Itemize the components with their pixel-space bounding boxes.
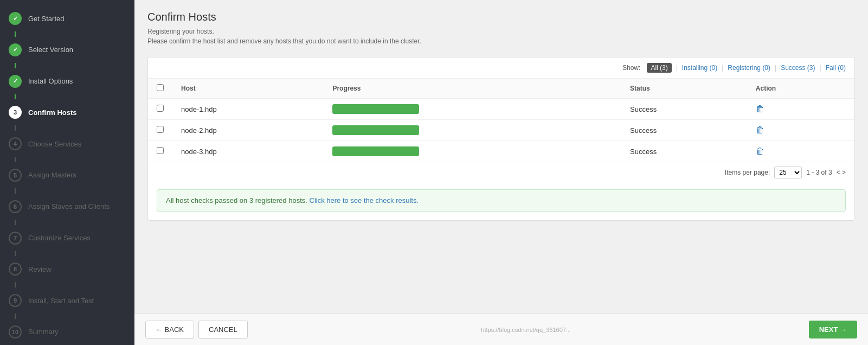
alert-message: All host checks passed on 3 registered h… — [166, 196, 307, 205]
status-cell-1: Success — [621, 120, 747, 141]
host-name-1: node-2.hdp — [172, 120, 324, 141]
sidebar-item-install-options[interactable]: ✓ Install Options — [0, 68, 134, 94]
connector-8 — [15, 251, 16, 257]
items-per-page-label: Items per page: — [725, 169, 770, 176]
progress-fill-1 — [332, 125, 419, 135]
step-icon-10: 9 — [9, 294, 22, 307]
connector-7 — [15, 220, 16, 225]
status-cell-2: Success — [621, 141, 747, 162]
connector-1 — [15, 31, 16, 37]
progress-bar-0 — [332, 104, 419, 114]
sidebar-item-assign-slaves[interactable]: 6 Assign Slaves and Clients — [0, 194, 134, 220]
next-button[interactable]: NEXT → — [809, 321, 857, 338]
pagination-bar: Items per page: 25 50 100 1 - 3 of 3 < > — [148, 162, 854, 183]
sidebar-label-choose-services: Choose Services — [28, 140, 81, 148]
cancel-button[interactable]: CANCEL — [198, 321, 248, 338]
delete-icon-2[interactable]: 🗑 — [756, 146, 764, 156]
sidebar-label-summary: Summary — [28, 328, 59, 336]
col-action: Action — [747, 79, 854, 99]
step-icon-3: ✓ — [9, 75, 22, 88]
sidebar-label-assign-slaves: Assign Slaves and Clients — [28, 202, 110, 210]
host-name-0: node-1.hdp — [172, 99, 324, 120]
progress-cell-1 — [324, 120, 621, 141]
sidebar-label-select-version: Select Version — [28, 46, 73, 54]
progress-fill-0 — [332, 104, 419, 114]
host-name-2: node-3.hdp — [172, 141, 324, 162]
action-cell-2: 🗑 — [747, 141, 854, 162]
content-area: Show: All (3) | Installing (0) | Registe… — [134, 52, 868, 314]
step-icon-6: 5 — [9, 169, 22, 182]
select-all-checkbox[interactable] — [157, 84, 164, 91]
progress-bar-1 — [332, 125, 419, 135]
connector-4 — [15, 125, 16, 131]
action-cell-0: 🗑 — [747, 99, 854, 120]
page-title: Confirm Hosts — [147, 11, 855, 23]
table-row: node-2.hdp Success 🗑 — [148, 120, 854, 141]
sidebar-item-select-version[interactable]: ✓ Select Version — [0, 37, 134, 63]
delete-icon-0[interactable]: 🗑 — [756, 104, 764, 113]
step-icon-2: ✓ — [9, 43, 22, 56]
connector-9 — [15, 282, 16, 288]
alert-link[interactable]: Click here to see the check results. — [310, 196, 419, 205]
sidebar-label-get-started: Get Started — [28, 15, 64, 23]
progress-cell-2 — [324, 141, 621, 162]
row-checkbox-1[interactable] — [157, 126, 164, 133]
filter-bar: Show: All (3) | Installing (0) | Registe… — [148, 58, 854, 79]
alert-success: All host checks passed on 3 registered h… — [157, 189, 846, 212]
delete-icon-1[interactable]: 🗑 — [756, 125, 764, 135]
col-status: Status — [621, 79, 747, 99]
sidebar-item-review[interactable]: 8 Review — [0, 256, 134, 282]
pagination-nav[interactable]: < > — [837, 169, 846, 176]
connector-5 — [15, 157, 16, 162]
pagination-range: 1 - 3 of 3 — [806, 169, 832, 176]
sidebar-item-summary[interactable]: 10 Summary — [0, 319, 134, 345]
hosts-table: Host Progress Status Action node-1.hdp S… — [148, 79, 854, 162]
filter-registering[interactable]: Registering (0) — [728, 64, 770, 72]
filter-all[interactable]: All (3) — [647, 63, 671, 73]
col-progress: Progress — [324, 79, 621, 99]
progress-cell-0 — [324, 99, 621, 120]
filter-success[interactable]: Success (3) — [781, 64, 815, 72]
status-cell-0: Success — [621, 99, 747, 120]
table-row: node-3.hdp Success 🗑 — [148, 141, 854, 162]
filter-fail[interactable]: Fail (0) — [826, 64, 846, 72]
prev-page-icon[interactable]: < — [837, 169, 840, 176]
table-row: node-1.hdp Success 🗑 — [148, 99, 854, 120]
connector-10 — [15, 314, 16, 319]
step-icon-5: 4 — [9, 137, 22, 150]
sidebar-label-review: Review — [28, 265, 52, 273]
sidebar-item-install-start-test[interactable]: 9 Install, Start and Test — [0, 288, 134, 314]
filter-installing[interactable]: Installing (0) — [682, 64, 717, 72]
progress-bar-2 — [332, 146, 419, 156]
sidebar-item-choose-services[interactable]: 4 Choose Services — [0, 131, 134, 157]
sidebar-item-get-started[interactable]: ✓ Get Started — [0, 5, 134, 31]
watermark: https://blog.csdn.net/qq_361607... — [481, 327, 571, 333]
items-per-page-select[interactable]: 25 50 100 — [774, 167, 802, 178]
sidebar-label-install-start-test: Install, Start and Test — [28, 297, 94, 305]
sidebar-item-customize-services[interactable]: 7 Customize Services — [0, 225, 134, 251]
step-icon-8: 7 — [9, 232, 22, 245]
sidebar-item-assign-masters[interactable]: 5 Assign Masters — [0, 162, 134, 188]
hosts-card: Show: All (3) | Installing (0) | Registe… — [147, 57, 855, 221]
show-label: Show: — [622, 64, 640, 72]
step-icon-11: 10 — [9, 325, 22, 338]
footer: ← BACK CANCEL https://blog.csdn.net/qq_3… — [134, 314, 868, 345]
row-checkbox-0[interactable] — [157, 105, 164, 112]
page-subtitle-line1: Registering your hosts. Please confirm t… — [147, 27, 855, 46]
next-page-icon[interactable]: > — [842, 169, 846, 176]
progress-fill-2 — [332, 146, 419, 156]
step-icon-4: 3 — [9, 106, 22, 119]
connector-6 — [15, 188, 16, 194]
connector-3 — [15, 94, 16, 100]
sidebar: ✓ Get Started ✓ Select Version ✓ Install… — [0, 0, 134, 345]
row-checkbox-2[interactable] — [157, 147, 164, 154]
sidebar-label-install-options: Install Options — [28, 77, 73, 85]
sidebar-item-confirm-hosts[interactable]: 3 Confirm Hosts — [0, 99, 134, 125]
step-icon-1: ✓ — [9, 12, 22, 25]
main-content: Confirm Hosts Registering your hosts. Pl… — [134, 0, 868, 345]
sidebar-label-assign-masters: Assign Masters — [28, 171, 76, 179]
back-button[interactable]: ← BACK — [145, 321, 194, 338]
page-header: Confirm Hosts Registering your hosts. Pl… — [134, 0, 868, 52]
sidebar-label-confirm-hosts: Confirm Hosts — [28, 108, 77, 117]
step-icon-9: 8 — [9, 263, 22, 276]
